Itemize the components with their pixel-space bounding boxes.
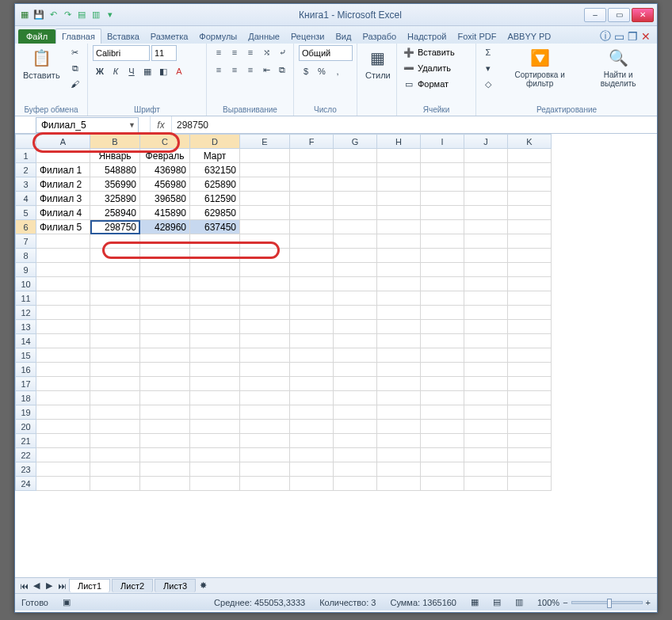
sheet-nav-first-icon[interactable]: ⏮	[18, 581, 29, 591]
indent-dec-icon[interactable]: ⇤	[259, 63, 273, 77]
sheet-tab[interactable]: Лист2	[112, 579, 153, 592]
zoom-control[interactable]: 100% − +	[537, 598, 651, 607]
tab-addins[interactable]: Надстрой	[402, 29, 452, 44]
column-header[interactable]: B	[90, 135, 140, 149]
row-header[interactable]: 20	[16, 420, 36, 434]
align-center-icon[interactable]: ≡	[227, 63, 242, 77]
cell[interactable]: Январь	[90, 149, 140, 163]
column-header[interactable]: E	[240, 135, 290, 149]
cut-icon[interactable]: ✂	[68, 45, 82, 59]
column-header[interactable]: K	[508, 135, 552, 149]
view-normal-icon[interactable]: ▦	[471, 597, 479, 607]
cell[interactable]: 325890	[90, 192, 140, 206]
cell[interactable]: 625890	[190, 177, 240, 192]
tab-abbyy[interactable]: ABBYY PD	[502, 29, 556, 44]
row-header[interactable]: 22	[16, 448, 36, 462]
italic-icon[interactable]: К	[109, 64, 123, 78]
zoom-slider[interactable]	[571, 601, 643, 604]
align-top-icon[interactable]: ≡	[212, 45, 226, 59]
row-header[interactable]: 10	[16, 277, 36, 291]
close-button[interactable]: ✕	[632, 8, 654, 22]
wrap-text-icon[interactable]: ⤶	[275, 45, 289, 59]
align-bottom-icon[interactable]: ≡	[243, 45, 258, 59]
cell[interactable]: 629850	[190, 206, 240, 220]
align-left-icon[interactable]: ≡	[212, 63, 226, 77]
cell[interactable]: 258940	[90, 206, 140, 220]
qat-dropdown-icon[interactable]: ▾	[104, 9, 116, 21]
column-header[interactable]: J	[464, 135, 508, 149]
name-box[interactable]: Филиал_5 ▼	[36, 117, 139, 133]
format-painter-icon[interactable]: 🖌	[68, 77, 82, 91]
row-header[interactable]: 13	[16, 320, 36, 334]
merge-icon[interactable]: ⧉	[275, 63, 289, 77]
column-header[interactable]: G	[334, 135, 377, 149]
number-format-selector[interactable]: Общий	[299, 45, 353, 61]
row-header[interactable]: 14	[16, 334, 36, 348]
cell[interactable]: 436980	[140, 163, 190, 177]
restore-icon[interactable]: ❐	[628, 30, 638, 43]
cells-insert-button[interactable]: ➕Вставить	[402, 45, 455, 59]
fill-color-icon[interactable]: ◧	[156, 64, 170, 78]
row-header[interactable]: 2	[16, 163, 36, 177]
tab-view[interactable]: Вид	[330, 29, 357, 44]
cell[interactable]: 548880	[90, 163, 140, 177]
maximize-button[interactable]: ▭	[608, 8, 630, 22]
cells-format-button[interactable]: ▭Формат	[402, 77, 449, 91]
clear-icon[interactable]: ◇	[481, 77, 495, 91]
tab-insert[interactable]: Вставка	[101, 29, 145, 44]
cell[interactable]: Филиал 1	[36, 163, 90, 177]
find-select-button[interactable]: 🔍 Найти и выделить	[584, 45, 652, 89]
align-middle-icon[interactable]: ≡	[227, 45, 242, 59]
cell[interactable]: Филиал 3	[36, 192, 90, 206]
cell[interactable]: 456980	[140, 177, 190, 192]
align-right-icon[interactable]: ≡	[243, 63, 258, 77]
tab-data[interactable]: Данные	[242, 29, 285, 44]
cell[interactable]: 632150	[190, 163, 240, 177]
sheet-tab[interactable]: Лист1	[69, 579, 110, 592]
tab-layout[interactable]: Разметка	[145, 29, 194, 44]
cell[interactable]: 612590	[190, 192, 240, 206]
font-name-selector[interactable]: Calibri	[93, 45, 150, 61]
fx-icon[interactable]: fx	[150, 116, 172, 133]
help-icon[interactable]: ⓘ	[600, 29, 611, 44]
autosum-icon[interactable]: Σ	[481, 45, 495, 59]
row-header[interactable]: 4	[16, 192, 36, 206]
row-header[interactable]: 16	[16, 363, 36, 377]
sheet-nav-prev-icon[interactable]: ◀	[31, 580, 42, 591]
row-header[interactable]: 5	[16, 206, 36, 220]
cell[interactable]: Филиал 5	[36, 220, 90, 234]
tab-foxit[interactable]: Foxit PDF	[452, 29, 502, 44]
orientation-icon[interactable]: ⤭	[259, 45, 273, 59]
underline-icon[interactable]: Ч	[124, 64, 139, 78]
row-header[interactable]: 24	[16, 477, 36, 491]
paste-button[interactable]: 📋 Вставить	[20, 45, 63, 82]
row-header[interactable]: 6	[16, 220, 36, 234]
row-header[interactable]: 23	[16, 462, 36, 477]
redo-icon[interactable]: ↷	[61, 9, 74, 21]
column-header[interactable]: D	[190, 135, 240, 149]
sort-filter-button[interactable]: 🔽 Сортировка и фильтр	[500, 45, 579, 89]
copy-icon[interactable]: ⧉	[68, 61, 82, 75]
fill-icon[interactable]: ▾	[481, 61, 495, 75]
row-header[interactable]: 15	[16, 348, 36, 363]
save-icon[interactable]: 💾	[32, 9, 45, 21]
row-header[interactable]: 8	[16, 249, 36, 263]
worksheet-grid[interactable]: ABCDEFGHIJK1ЯнварьФевральМарт2Филиал 154…	[15, 134, 657, 577]
cell[interactable]: 356990	[90, 177, 140, 192]
column-header[interactable]: H	[377, 135, 421, 149]
view-pagebreak-icon[interactable]: ▥	[515, 597, 523, 607]
sheet-tab[interactable]: Лист3	[155, 579, 196, 592]
font-size-selector[interactable]: 11	[151, 45, 177, 61]
font-color-icon[interactable]: A	[172, 64, 186, 78]
styles-button[interactable]: ▦ Стили	[362, 45, 394, 82]
row-header[interactable]: 21	[16, 434, 36, 448]
new-sheet-icon[interactable]: ✸	[197, 580, 208, 591]
tab-home[interactable]: Главная	[55, 29, 101, 44]
row-header[interactable]: 3	[16, 177, 36, 192]
column-header[interactable]: A	[36, 135, 90, 149]
macro-record-icon[interactable]: ▣	[63, 597, 71, 607]
cell[interactable]: 415890	[140, 206, 190, 220]
row-header[interactable]: 12	[16, 306, 36, 320]
row-header[interactable]: 11	[16, 291, 36, 306]
qat-icon[interactable]: ▤	[75, 9, 88, 21]
